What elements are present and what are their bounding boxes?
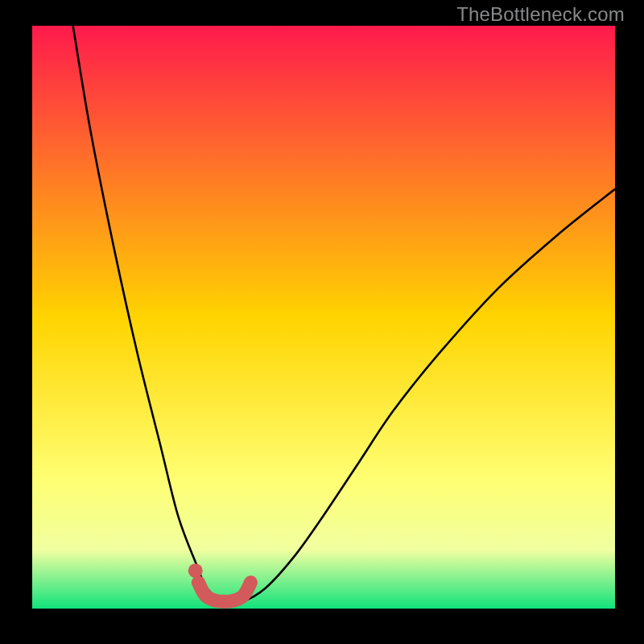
watermark-label: TheBottleneck.com [456,3,625,26]
plot-area [32,26,615,609]
gradient-background [32,26,615,609]
optimal-dot-marker [188,564,203,578]
chart-svg [32,26,615,609]
chart-frame: TheBottleneck.com [0,0,644,644]
